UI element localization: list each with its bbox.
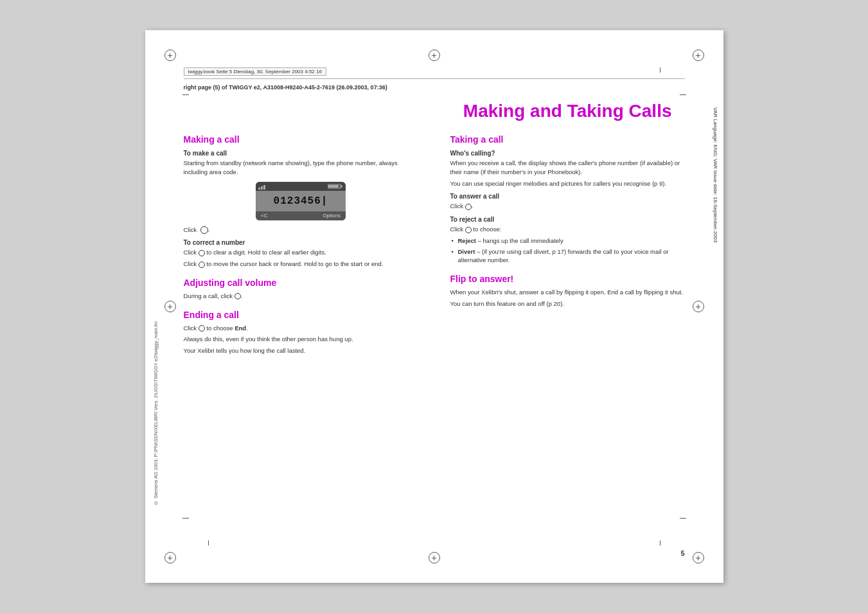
correct-number-line2: Click to move the cursor back or forward… — [184, 260, 418, 269]
to-answer-subheading: To answer a call — [450, 193, 685, 200]
volume-button-icon — [235, 293, 241, 299]
svg-rect-4 — [341, 185, 342, 187]
answer-button-icon — [465, 204, 472, 210]
page-ref-line: right page (5) of TWIGGY e2, A31008-H924… — [184, 84, 387, 91]
to-reject-subheading: To reject a call — [450, 216, 685, 223]
tick-top-right — [680, 94, 686, 95]
taking-a-call-heading: Taking a call — [450, 134, 685, 145]
columns-layout: Making a call To make a call Starting fr… — [184, 134, 685, 358]
side-text-right: VAR Language: ENG; VAR Issue date: 18-Se… — [713, 107, 718, 243]
making-a-call-heading: Making a call — [184, 134, 418, 145]
whos-calling-line1: When you receive a call, the display sho… — [450, 159, 685, 177]
reg-mark-bottom-right — [693, 552, 704, 564]
svg-rect-5 — [328, 185, 339, 188]
ending-a-call-line1: Click to choose End. — [184, 324, 418, 333]
tick-top-left — [182, 94, 189, 95]
file-info-bar: twiggy.book Seite 5 Dienstag, 30. Septem… — [184, 67, 685, 79]
reg-mark-top-left — [164, 49, 176, 61]
correct-number-subheading: To correct a number — [184, 239, 418, 246]
ending-a-call-line3: Your Xelibri tells you how long the call… — [184, 346, 418, 355]
reg-mark-top-mid — [429, 49, 440, 61]
main-content: Making and Taking Calls Making a call To… — [184, 101, 685, 544]
reg-mark-bottom-mid — [429, 552, 440, 564]
phone-mockup: 0123456| <C Options — [256, 182, 346, 220]
battery-icon — [328, 183, 343, 190]
flip-to-answer-line1: When your Xelibri's shut, answer a call … — [450, 288, 685, 297]
signal-icon — [258, 183, 271, 190]
phone-top-bar — [256, 182, 346, 191]
reject-button-icon — [465, 227, 472, 233]
phone-screen-display: 0123456| — [256, 191, 346, 211]
svg-rect-0 — [258, 188, 260, 190]
reg-mark-bottom-left — [164, 552, 176, 564]
ending-a-call-line2: Always do this, even if you think the ot… — [184, 335, 418, 344]
adjusting-volume-heading: Adjusting call volume — [184, 278, 418, 288]
file-info-box: twiggy.book Seite 5 Dienstag, 30. Septem… — [184, 67, 326, 76]
ok-button-icon — [200, 226, 208, 234]
side-text-left: © Siemens AG 2003, P:\PNI\SDN\XELIBRI Ve… — [153, 321, 159, 506]
reg-mark-mid-left — [164, 301, 176, 312]
correct-number-line1: Click to clear a digit. Hold to clear al… — [184, 248, 418, 257]
phone-bottom-bar: <C Options — [256, 211, 346, 220]
whos-calling-subheading: Who's calling? — [450, 150, 685, 157]
page-container: twiggy.book Seite 5 Dienstag, 30. Septem… — [0, 0, 868, 613]
phone-button-left: <C — [261, 213, 267, 218]
flip-to-answer-heading: Flip to answer! — [450, 274, 685, 284]
right-column: Taking a call Who's calling? When you re… — [444, 134, 685, 358]
to-make-a-call-subheading: To make a call — [184, 150, 418, 157]
nav-button-icon — [199, 262, 205, 268]
ending-a-call-heading: Ending a call — [184, 310, 418, 320]
clear-button-icon — [199, 250, 205, 256]
click-circle-instruction: Click . — [184, 226, 418, 235]
end-button-icon-1 — [199, 325, 205, 332]
whos-calling-line2: You can use special ringer melodies and … — [450, 179, 685, 188]
reg-mark-top-right — [693, 49, 704, 61]
page-title: Making and Taking Calls — [184, 101, 685, 121]
left-column: Making a call To make a call Starting fr… — [184, 134, 425, 358]
flip-to-answer-line2: You can turn this feature on and off (p … — [450, 299, 685, 308]
document-page: twiggy.book Seite 5 Dienstag, 30. Septem… — [145, 30, 723, 583]
to-reject-intro: Click to choose: — [450, 225, 685, 234]
phone-button-right: Options — [323, 213, 341, 218]
page-number: 5 — [680, 549, 684, 557]
to-answer-body: Click . — [450, 202, 685, 211]
adjusting-volume-body: During a call, click . — [184, 292, 418, 301]
reg-mark-mid-right — [693, 301, 704, 312]
reject-bullet-1: Reject – hangs up the call immediately — [458, 236, 685, 245]
reject-bullet-2: Divert – (if you're using call divert, p… — [458, 247, 685, 265]
making-a-call-body: Starting from standby (network name show… — [184, 159, 418, 177]
svg-rect-2 — [263, 185, 265, 190]
svg-rect-1 — [261, 186, 263, 190]
